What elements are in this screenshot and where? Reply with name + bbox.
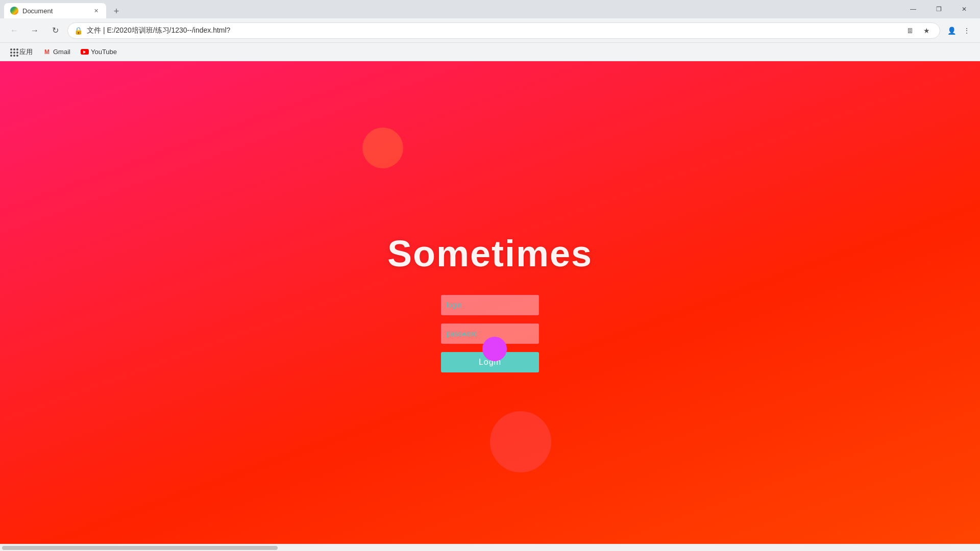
browser-frame: Document ✕ + — ❐ ✕ ← → ↻ 🔒 文件 | E:/2020培… [0,0,980,551]
refresh-button[interactable]: ↻ [47,22,63,39]
youtube-label: YouTube [91,48,117,56]
scrollbar-area [0,544,980,551]
bookmark-gmail[interactable]: M Gmail [39,46,75,58]
gmail-label: Gmail [53,48,70,56]
password-input[interactable] [441,323,539,344]
page-content: Sometimes Login [0,61,980,544]
deco-circle-bottom-right [490,411,551,472]
apps-button[interactable]: 应用 [6,45,37,59]
address-lock-icon: 🔒 [74,27,83,35]
deco-circle-top [362,128,403,168]
tab-title: Document [22,7,88,15]
gmail-icon: M [43,48,51,56]
back-button[interactable]: ← [6,22,22,39]
address-bar[interactable]: 🔒 文件 | E:/2020培训班/练习/1230--/index.html? … [67,22,940,39]
window-controls: — ❐ ✕ [901,0,976,18]
login-input[interactable] [441,295,539,315]
menu-icon[interactable]: ⋮ [960,23,974,38]
tab-area: Document ✕ + [4,0,124,18]
youtube-icon [81,48,89,56]
translate-icon[interactable]: 🗏 [903,23,917,38]
maximize-button[interactable]: ❐ [927,0,950,18]
tab-favicon [10,7,18,15]
apps-label: 应用 [19,47,33,57]
nav-bar: ← → ↻ 🔒 文件 | E:/2020培训班/练习/1230--/index.… [0,18,980,43]
account-icon[interactable]: 👤 [944,23,959,38]
login-button[interactable]: Login [441,352,539,372]
page-heading: Sometimes [387,233,593,274]
login-form: Login [441,295,539,372]
bookmarks-bar: 应用 M Gmail YouTube [0,43,980,61]
address-text: 文件 | E:/2020培训班/练习/1230--/index.html? [87,26,899,35]
browser-tab[interactable]: Document ✕ [4,3,106,18]
address-right-icons: 🗏 ★ [903,23,934,38]
forward-button[interactable]: → [27,22,43,39]
minimize-button[interactable]: — [901,0,925,18]
tab-close-button[interactable]: ✕ [92,7,100,15]
bookmark-star-icon[interactable]: ★ [919,23,934,38]
apps-grid-icon [10,48,17,56]
bookmark-youtube[interactable]: YouTube [77,46,121,58]
close-button[interactable]: ✕ [952,0,976,18]
new-tab-button[interactable]: + [109,4,124,18]
browser-right-icons: 👤 ⋮ [944,23,974,38]
scrollbar-thumb[interactable] [2,546,278,550]
title-bar: Document ✕ + — ❐ ✕ [0,0,980,18]
